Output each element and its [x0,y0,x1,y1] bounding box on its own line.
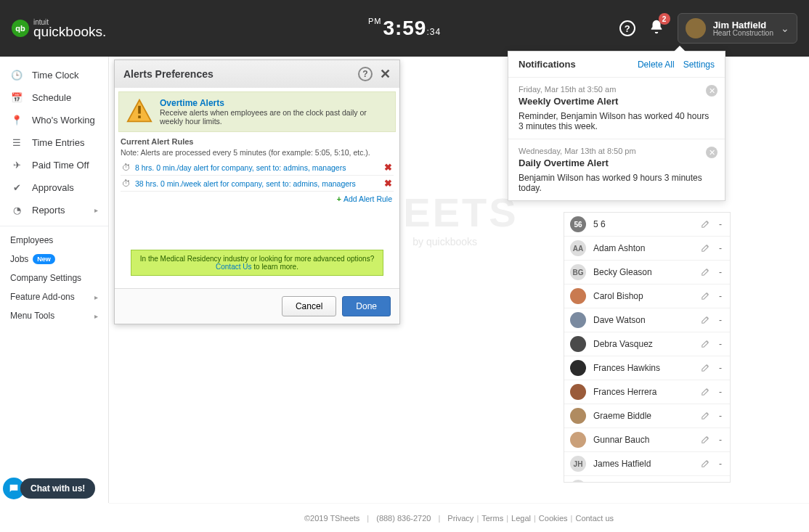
med-contact-link[interactable]: Contact Us [216,263,251,271]
edit-icon[interactable] [701,482,711,483]
user-menu[interactable]: Jim Hatfield Heart Construction ⌄ [678,13,797,44]
employee-row[interactable]: JEJason Ellis- [564,476,730,483]
avatar [686,18,706,38]
list-icon: ☰ [10,137,23,148]
employee-row[interactable]: Frances Hawkins- [564,356,730,380]
qb-logo-icon: qb [12,20,29,37]
footer-link-cookies[interactable]: Cookies [539,514,568,523]
sidebar-item-time-clock[interactable]: 🕒Time Clock [0,64,108,86]
footer-link-terms[interactable]: Terms [481,514,503,523]
status-dash: - [717,339,724,349]
close-icon[interactable]: ✕ [706,85,717,97]
status-dash: - [717,411,724,421]
separator [0,226,108,226]
notif-title: Daily Overtime Alert [519,157,715,168]
sidebar-item-label: Schedule [32,92,71,103]
add-rule[interactable]: +Add Alert Rule [121,192,394,206]
chevron-right-icon: ▸ [94,293,98,301]
sidebar-item-time-entries[interactable]: ☰Time Entries [0,131,108,154]
sidebar-item-approvals[interactable]: ✔Approvals [0,176,108,199]
edit-icon[interactable] [701,410,711,422]
delete-rule-icon[interactable]: ✖ [384,178,392,189]
edit-icon[interactable] [701,338,711,351]
edit-icon[interactable] [701,386,711,398]
employee-name: Frances Herrera [593,387,701,397]
sidebar-item-menu-tools[interactable]: Menu Tools▸ [0,306,108,325]
notification-item[interactable]: ✕Wednesday, Mar 13th at 8:50 pmDaily Ove… [508,139,725,200]
notif-time: Wednesday, Mar 13th at 8:50 pm [519,147,715,155]
employee-row[interactable]: Dave Watson- [564,308,730,332]
close-icon[interactable]: ✕ [380,66,391,82]
clock-icon: 🕒 [10,70,23,81]
employee-row[interactable]: Carol Bishop- [564,285,730,308]
edit-icon[interactable] [701,434,711,446]
clock-main: 3:59 [383,17,426,39]
edit-icon[interactable] [701,362,711,375]
footer-link-contact-us[interactable]: Contact us [575,514,614,523]
sidebar-item-schedule[interactable]: 📅Schedule [0,86,108,109]
edit-icon[interactable] [701,266,711,279]
help-icon[interactable]: ? [619,20,635,36]
alert-rule-link[interactable]: 8 hrs. 0 min./day alert for company, sen… [135,163,380,172]
status-dash: - [717,243,724,253]
alerts-preferences-modal: Alerts Preferences ? ✕ Overtime Alerts R… [114,60,400,324]
status-dash: - [717,435,724,445]
modal-title: Alerts Preferences [123,68,214,80]
sidebar-item-label: Feature Add-ons [10,292,75,302]
sidebar-item-feature-add-ons[interactable]: Feature Add-ons▸ [0,287,108,306]
employee-row[interactable]: Graeme Biddle- [564,404,730,428]
employee-name: Carol Bishop [593,291,701,301]
avatar: JE [570,480,586,483]
help-icon[interactable]: ? [358,67,373,81]
clock-seconds: :34 [426,27,441,37]
footer-link-legal[interactable]: Legal [511,514,531,523]
calendar-icon: 📅 [10,92,23,103]
topbar: qb intuit quickbooks. PM3:59:34 ? 2 Jim … [0,0,809,57]
employee-row[interactable]: Debra Vasquez- [564,332,730,356]
employee-row[interactable]: AAAdam Ashton- [564,237,730,261]
notification-item[interactable]: ✕Friday, Mar 15th at 3:50 amWeekly Overt… [508,77,725,139]
settings-link[interactable]: Settings [683,60,715,70]
notifications-icon[interactable]: 2 [649,19,664,38]
alert-rule-link[interactable]: 38 hrs. 0 min./week alert for company, s… [135,179,380,188]
edit-icon[interactable] [701,218,711,231]
employee-row[interactable]: JHJames Hatfield- [564,452,730,476]
chevron-right-icon: ▸ [94,206,98,214]
sidebar-item-employees[interactable]: Employees [0,231,108,250]
sidebar-item-company-settings[interactable]: Company Settings [0,269,108,287]
employee-name: Dave Watson [593,315,701,325]
employee-name: 5 6 [593,219,701,229]
sidebar-item-who-s-working[interactable]: 📍Who's Working [0,109,108,131]
done-button[interactable]: Done [342,296,391,316]
edit-icon[interactable] [701,242,711,255]
chevron-down-icon: ⌄ [781,22,789,34]
notif-title: Notifications [519,59,576,70]
chevron-right-icon: ▸ [94,312,98,320]
close-icon[interactable]: ✕ [706,147,717,158]
chat-widget[interactable]: Chat with us! [3,478,95,499]
status-dash: - [717,315,724,325]
whos-working-panel: 565 6-AAAdam Ashton-BGBecky Gleason-Caro… [564,212,731,483]
banner-desc: Receive alerts when employees are on the… [160,108,388,126]
edit-icon[interactable] [701,290,711,303]
phone: (888) 836-2720 [376,514,431,523]
edit-icon[interactable] [701,314,711,327]
add-rule-link[interactable]: Add Alert Rule [343,195,392,203]
sidebar-item-label: Company Settings [10,273,81,283]
delete-rule-icon[interactable]: ✖ [384,162,392,173]
employee-name: Graeme Biddle [593,411,701,421]
employee-row[interactable]: Gunnar Bauch- [564,428,730,452]
status-dash: - [717,459,724,469]
logo: qb intuit quickbooks. [12,19,106,38]
sidebar-item-jobs[interactable]: JobsNew [0,250,108,269]
employee-row[interactable]: Frances Herrera- [564,380,730,404]
employee-row[interactable]: BGBecky Gleason- [564,261,730,285]
avatar: BG [570,264,586,280]
edit-icon[interactable] [701,458,711,470]
delete-all-link[interactable]: Delete All [638,60,675,70]
sidebar-item-paid-time-off[interactable]: ✈Paid Time Off [0,154,108,176]
cancel-button[interactable]: Cancel [282,296,336,316]
employee-row[interactable]: 565 6- [564,213,730,237]
sidebar-item-reports[interactable]: ◔Reports▸ [0,199,108,221]
footer-link-privacy[interactable]: Privacy [447,514,473,523]
